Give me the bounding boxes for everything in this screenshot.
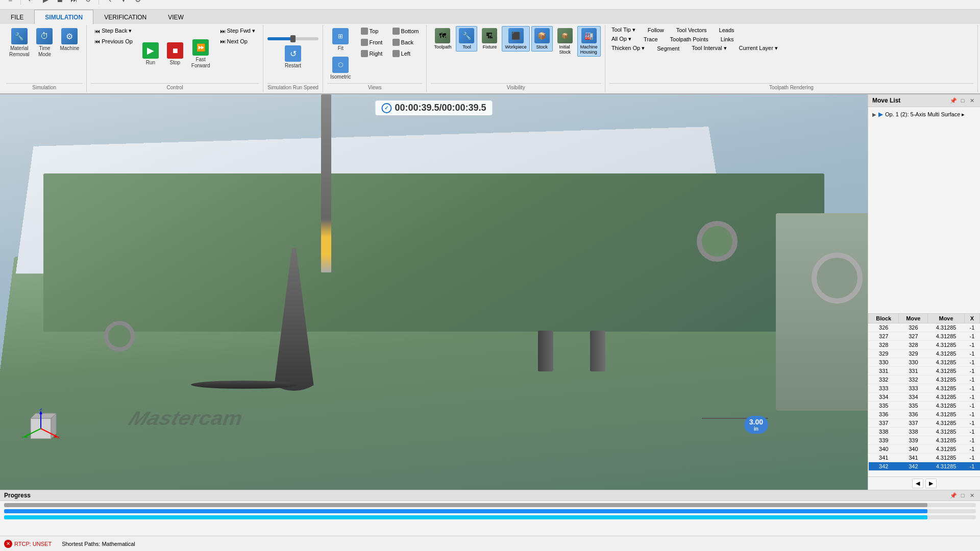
fixture-vis-button[interactable]: 🏗 Fixture (479, 26, 500, 52)
tab-file[interactable]: FILE (0, 10, 34, 24)
previous-op-button[interactable]: ⏮ Previous Op (91, 37, 136, 46)
viewport[interactable]: Mastercam ✓ 00:00:39.5/00:00:39.5 3.00 i… (0, 94, 868, 490)
progress-track-1[interactable] (4, 503, 976, 507)
machine-housing-right (776, 213, 868, 411)
dropdown-button[interactable]: ▼ (117, 0, 130, 6)
table-row[interactable]: 336 336 4.31285 -1 (869, 410, 980, 419)
toolpath-vis-button[interactable]: 🗺 Toolpath (431, 26, 454, 52)
panel-close-button[interactable]: ✕ (968, 96, 976, 105)
tree-op-item[interactable]: ▶ ▶ Op. 1 (2): 5-Axis Multi Surface ▸ (870, 109, 978, 119)
play-button[interactable]: ▶ (39, 0, 52, 6)
settings-button[interactable]: ⚙ (132, 0, 144, 6)
tab-verification[interactable]: VERIFICATION (93, 10, 157, 24)
move-list-header: Move List 📌 □ ✕ (868, 94, 980, 107)
next-op-button[interactable]: ⏭ Next Op (216, 37, 259, 46)
undo-button[interactable]: ↩ (25, 0, 37, 6)
table-row[interactable]: 327 327 4.31285 -1 (869, 332, 980, 341)
thicken-op-label: Thicken Op ▾ (611, 45, 645, 52)
refresh-button[interactable]: ↺ (82, 0, 94, 6)
table-row[interactable]: 326 326 4.31285 -1 (869, 323, 980, 332)
fit-button[interactable]: ⊞ Fit (329, 26, 352, 54)
speed-slider-track[interactable] (267, 37, 318, 40)
panel-pin-button[interactable]: 📌 (949, 96, 958, 105)
nav-left-button[interactable]: ◀ (912, 479, 923, 488)
move-list-title: Move List (872, 97, 900, 104)
machine-button[interactable]: ⚙ Machine (57, 26, 82, 54)
ribbon-group-speed: ↺ Restart Simulation Run Speed (263, 25, 323, 92)
toolpath-points-button[interactable]: Toolpath Points (668, 35, 710, 43)
trace-button[interactable]: Trace (642, 35, 660, 43)
table-row[interactable]: 337 337 4.31285 -1 (869, 419, 980, 428)
isometric-button[interactable]: ⬡ Isometric (327, 55, 354, 82)
table-row[interactable]: 331 331 4.31285 -1 (869, 367, 980, 375)
run-button[interactable]: ▶ Run (139, 40, 162, 68)
tr-row3: Thicken Op ▾ Segment Tool Interval ▾ Cur… (609, 44, 780, 52)
table-row[interactable]: 329 329 4.31285 -1 (869, 349, 980, 358)
cell-move1: 329 (899, 349, 928, 358)
table-row[interactable]: 340 340 4.31285 -1 (869, 445, 980, 454)
workpiece-vis-button[interactable]: ⬛ Workpiece (502, 26, 529, 52)
tab-view[interactable]: VIEW (157, 10, 194, 24)
move-table-container[interactable]: Block Move Move X 326 326 4.31285 -1 327… (868, 313, 980, 477)
progress-pin-button[interactable]: 📌 (949, 491, 958, 499)
progress-track-3[interactable] (4, 515, 976, 519)
leads-button[interactable]: Leads (717, 26, 737, 34)
progress-float-button[interactable]: □ (959, 491, 967, 499)
progress-track-2[interactable] (4, 509, 976, 513)
table-row[interactable]: 332 332 4.31285 -1 (869, 375, 980, 384)
speed-slider-thumb[interactable] (290, 35, 296, 42)
cell-x: -1 (964, 428, 979, 436)
thicken-op-button[interactable]: Thicken Op ▾ (609, 44, 647, 52)
stop-button[interactable]: ⏹ (54, 0, 66, 6)
top-view-button[interactable]: Top (357, 26, 388, 36)
dimension-unit: in (749, 426, 763, 432)
step-back-button[interactable]: ⏮ Step Back ▾ (91, 26, 136, 36)
follow-button[interactable]: Follow (646, 26, 666, 34)
table-row[interactable]: 330 330 4.31285 -1 (869, 358, 980, 367)
menu-button[interactable]: ≡ (4, 0, 16, 6)
table-row[interactable]: 334 334 4.31285 -1 (869, 393, 980, 402)
cursor-button[interactable]: ↖ (103, 0, 115, 6)
all-op-button[interactable]: All Op ▾ (609, 35, 633, 43)
tool-vectors-button[interactable]: Tool Vectors (674, 26, 709, 34)
tool-tip-button[interactable]: Tool Tip ▾ (609, 26, 638, 34)
fast-forward-button[interactable]: ⏩ FastForward (188, 37, 213, 71)
tool-icon: 🔧 (459, 28, 474, 43)
table-row[interactable]: 335 335 4.31285 -1 (869, 402, 980, 410)
dimension-value: 3.00 (749, 418, 763, 426)
table-row[interactable]: 341 341 4.31285 -1 (869, 454, 980, 462)
right-view-button[interactable]: Right (357, 48, 388, 59)
fixture-label: Fixture (483, 44, 497, 49)
initial-stock-vis-button[interactable]: 📦 InitialStock (554, 26, 576, 57)
stop-button[interactable]: ⏹ Stop (164, 40, 186, 68)
left-view-button[interactable]: Left (389, 48, 420, 59)
restart-button[interactable]: ↺ Restart (280, 43, 306, 71)
tool-vis-button[interactable]: 🔧 Tool (456, 26, 477, 52)
fast-forward-icon: ⏩ (192, 39, 209, 56)
tool-interval-button[interactable]: Tool Interval ▾ (690, 44, 728, 52)
front-view-button[interactable]: Front (357, 37, 388, 47)
panel-float-button[interactable]: □ (959, 96, 967, 105)
progress-close-button[interactable]: ✕ (968, 491, 976, 499)
material-removal-button[interactable]: 🔧 MaterialRemoval (6, 26, 32, 60)
time-mode-button[interactable]: ⏱ TimeMode (33, 26, 56, 60)
toolpath-icon: 🗺 (435, 28, 450, 43)
segment-label: Segment (657, 45, 679, 52)
table-row[interactable]: 333 333 4.31285 -1 (869, 384, 980, 393)
table-row[interactable]: 328 328 4.31285 -1 (869, 341, 980, 349)
table-row[interactable]: 339 339 4.31285 -1 (869, 436, 980, 445)
back-view-button[interactable]: Back (389, 37, 420, 47)
tab-simulation[interactable]: SIMULATION (34, 10, 93, 24)
top-label: Top (370, 28, 379, 34)
segment-button[interactable]: Segment (655, 44, 681, 52)
bottom-view-button[interactable]: Bottom (389, 26, 423, 36)
table-row[interactable]: 342 342 4.31285 -1 (869, 462, 980, 471)
stock-vis-button[interactable]: 📦 Stock (531, 26, 553, 52)
table-row[interactable]: 338 338 4.31285 -1 (869, 428, 980, 436)
skip-forward-button[interactable]: ⏭ (68, 0, 80, 6)
links-button[interactable]: Links (719, 35, 736, 43)
nav-right-button[interactable]: ▶ (925, 479, 937, 488)
machine-housing-vis-button[interactable]: 🏭 MachineHousing (577, 26, 601, 57)
current-layer-button[interactable]: Current Layer ▾ (737, 44, 780, 52)
step-fwd-button[interactable]: ⏭ Step Fwd ▾ (216, 26, 259, 36)
